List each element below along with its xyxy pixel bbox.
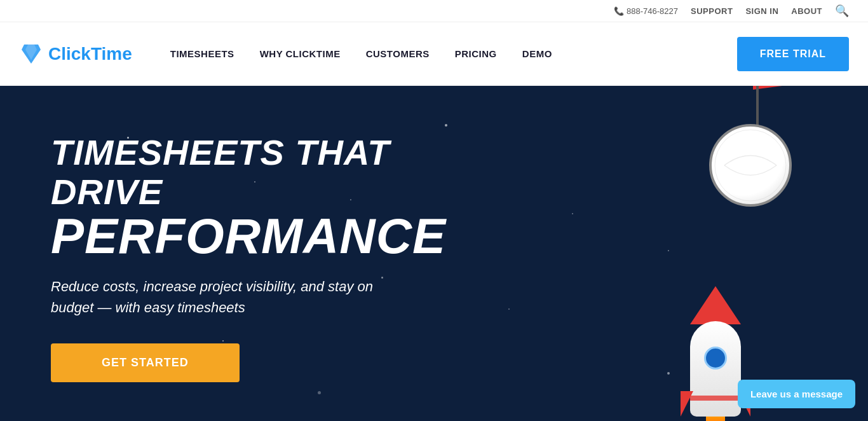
nav-why-clicktime[interactable]: WHY CLICKTIME [260,48,341,59]
get-started-button[interactable]: GET STARTED [51,343,240,382]
utility-bar: 📞 888-746-8227 SUPPORT SIGN IN ABOUT 🔍 [0,0,868,22]
nav-pricing[interactable]: PRICING [455,48,497,59]
logo-text: ClickTime [48,44,132,64]
hero-headline-line1: TIMESHEETS THAT DRIVE [51,133,496,211]
nav-links: TIMESHEETS WHY CLICKTIME CUSTOMERS PRICI… [170,48,737,59]
sign-in-link[interactable]: SIGN IN [745,6,778,16]
about-link[interactable]: ABOUT [791,6,822,16]
rocket-body [690,321,741,417]
sparkle-5: · [667,245,670,255]
nav-timesheets[interactable]: TIMESHEETS [170,48,234,59]
rocket-flame [706,417,725,421]
support-link[interactable]: SUPPORT [691,6,733,16]
rocket-illustration [690,321,741,421]
free-trial-button[interactable]: FREE TRIAL [737,37,849,71]
svg-point-0 [715,130,786,201]
flag-pole [756,86,759,130]
star-7 [667,372,670,375]
star-3 [445,124,447,127]
golf-illustration [709,124,792,207]
hero-headline-line2: PERFORMANCE [51,211,496,261]
hero-content: TIMESHEETS THAT DRIVE PERFORMANCE Reduce… [51,133,496,382]
nav-customers[interactable]: CUSTOMERS [366,48,430,59]
golf-ball-dimples [712,127,789,204]
phone-number: 📞 888-746-8227 [614,6,678,16]
hero-subtext: Reduce costs, increase project visibilit… [51,276,394,318]
phone-icon: 📞 [614,6,624,16]
hero-cta-area: GET STARTED [51,343,496,382]
main-nav: ClickTime TIMESHEETS WHY CLICKTIME CUSTO… [0,22,868,86]
rocket-window [704,347,727,369]
fin-left [681,391,693,417]
nav-demo[interactable]: DEMO [522,48,552,59]
star-4 [572,213,573,214]
rocket-tip [690,286,741,324]
star-9 [508,308,510,310]
search-icon[interactable]: 🔍 [835,4,849,18]
logo-icon [19,42,43,66]
phone-text: 888-746-8227 [627,6,678,16]
chat-bubble[interactable]: Leave us a message [738,380,855,408]
logo[interactable]: ClickTime [19,42,132,66]
star-10 [318,391,321,394]
hero-section: · · ✦ ✦ · TIMESHEETS THAT DRIVE PERFORMA… [0,86,868,421]
golf-ball [709,124,792,207]
